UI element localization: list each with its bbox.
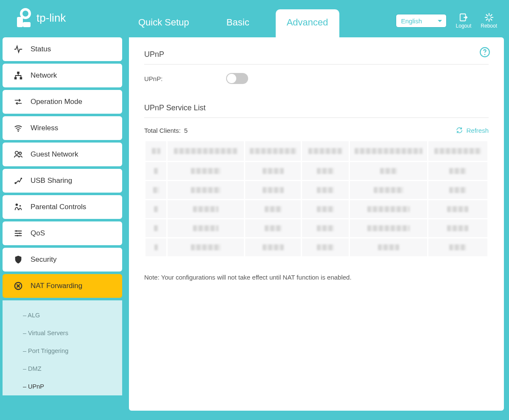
language-value: English: [401, 17, 422, 25]
wifi-icon: [14, 123, 23, 133]
svg-point-22: [16, 230, 17, 232]
refresh-label: Refresh: [466, 127, 489, 134]
redacted-value: [154, 244, 158, 250]
redacted-value: [367, 206, 410, 212]
svg-line-8: [486, 14, 487, 16]
arrows-icon: [14, 97, 23, 106]
table-row: [145, 238, 487, 256]
svg-line-9: [490, 19, 492, 20]
sidebar-item-network[interactable]: Network: [3, 64, 122, 87]
sidebar-item-guest-network[interactable]: Guest Network: [3, 143, 122, 166]
table-row: [145, 141, 487, 161]
subnav-item-port-triggering[interactable]: – Port Triggering: [3, 342, 122, 360]
redacted-value: [317, 244, 334, 250]
sidebar-item-label: Network: [31, 71, 57, 80]
svg-line-11: [490, 14, 492, 16]
table-row: [145, 219, 487, 237]
reboot-button[interactable]: Reboot: [481, 13, 497, 29]
table-cell: [145, 141, 166, 161]
table-cell: [428, 200, 487, 218]
sidebar-item-label: USB Sharing: [31, 176, 72, 185]
sidebar-item-label: NAT Forwarding: [31, 282, 82, 290]
table-cell: [245, 141, 301, 161]
content-panel: UPnP UPnP: UPnP Service List Total Clien…: [129, 37, 504, 411]
table-cell: [350, 181, 427, 199]
table-cell: [168, 141, 243, 161]
logout-icon: [459, 13, 469, 22]
sidebar-item-qos[interactable]: QoS: [3, 221, 122, 245]
sidebar-item-security[interactable]: Security: [3, 248, 122, 272]
refresh-button[interactable]: Refresh: [456, 126, 489, 134]
table-cell: [245, 200, 301, 218]
subnav-item-upnp[interactable]: – UPnP: [3, 378, 122, 395]
tab-advanced[interactable]: Advanced: [276, 9, 339, 37]
sidebar-item-operation-mode[interactable]: Operation Mode: [3, 90, 122, 114]
subnav-label: Virtual Servers: [28, 330, 68, 336]
sidebar-item-label: Security: [31, 255, 56, 264]
help-button[interactable]: [479, 47, 490, 59]
upnp-toggle[interactable]: [226, 73, 248, 84]
reboot-icon: [484, 13, 494, 22]
reboot-label: Reboot: [481, 23, 497, 29]
sidebar-item-status[interactable]: Status: [3, 37, 122, 61]
table-cell: [302, 181, 348, 199]
subnav-prefix: –: [23, 383, 28, 390]
redacted-value: [317, 225, 334, 231]
table-cell: [302, 162, 348, 180]
table-cell: [168, 200, 243, 218]
svg-point-21: [20, 205, 21, 207]
section-title-service-list: UPnP Service List: [144, 104, 489, 118]
subnav-item-virtual-servers[interactable]: – Virtual Servers: [3, 324, 122, 342]
table-row: [145, 181, 487, 199]
subnav-prefix: –: [23, 347, 28, 354]
table-cell: [350, 141, 427, 161]
redacted-value: [191, 244, 221, 250]
upnp-service-table: [144, 140, 489, 258]
table-cell: [145, 200, 166, 218]
table-cell: [350, 200, 427, 218]
table-cell: [168, 219, 243, 237]
redacted-value: [154, 225, 158, 231]
redacted-value: [447, 206, 468, 212]
redacted-value: [265, 206, 282, 212]
table-cell: [145, 238, 166, 256]
total-clients-label: Total Clients:: [144, 127, 181, 134]
language-select[interactable]: English: [396, 14, 447, 28]
sidebar-item-label: QoS: [31, 229, 45, 238]
table-cell: [428, 162, 487, 180]
subnav-label: DMZ: [28, 365, 41, 372]
tab-quick-setup[interactable]: Quick Setup: [127, 9, 200, 37]
qos-icon: [14, 229, 23, 238]
svg-rect-14: [20, 77, 22, 80]
svg-point-27: [484, 54, 486, 55]
table-cell: [168, 181, 243, 199]
sidebar: Status Network Operation Mode Wireless G…: [3, 37, 122, 411]
subnav-item-alg[interactable]: – ALG: [3, 306, 122, 324]
sidebar-item-parental-controls[interactable]: Parental Controls: [3, 195, 122, 219]
table-cell: [428, 181, 487, 199]
table-cell: [245, 219, 301, 237]
sidebar-item-label: Wireless: [31, 124, 58, 132]
svg-point-15: [18, 131, 19, 132]
svg-rect-1: [17, 17, 23, 27]
sidebar-item-nat-forwarding[interactable]: NAT Forwarding: [3, 274, 122, 298]
table-cell: [302, 219, 348, 237]
redacted-value: [263, 187, 284, 193]
sidebar-item-usb-sharing[interactable]: USB Sharing: [3, 169, 122, 193]
table-cell: [245, 162, 301, 180]
redacted-value: [317, 187, 334, 193]
refresh-icon: [456, 126, 463, 134]
subnav-item-dmz[interactable]: – DMZ: [3, 360, 122, 378]
redacted-value: [317, 168, 334, 174]
tab-basic[interactable]: Basic: [215, 9, 260, 37]
subnav-label: UPnP: [28, 383, 44, 390]
logout-button[interactable]: Logout: [456, 13, 472, 29]
table-cell: [350, 219, 427, 237]
sidebar-item-wireless[interactable]: Wireless: [3, 116, 122, 140]
redacted-value: [308, 148, 342, 154]
subnav-label: ALG: [28, 312, 40, 319]
svg-line-10: [486, 19, 487, 20]
subnav-prefix: –: [23, 365, 28, 372]
table-cell: [428, 238, 487, 256]
table-cell: [145, 181, 166, 199]
